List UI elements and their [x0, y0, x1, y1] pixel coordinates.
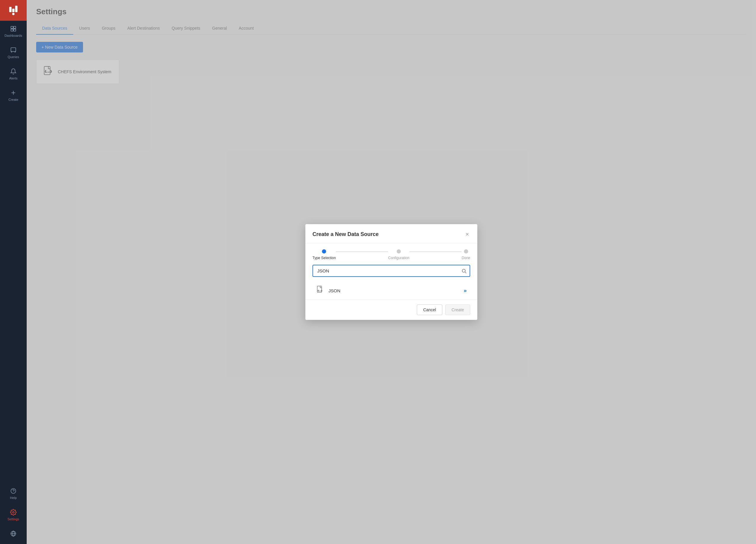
- create-datasource-modal: Create a New Data Source × Type Selectio…: [305, 224, 477, 320]
- app-logo[interactable]: [0, 0, 27, 21]
- svg-rect-4: [11, 26, 13, 28]
- sidebar-item-alerts[interactable]: Alerts: [0, 63, 27, 85]
- sidebar-item-dashboards[interactable]: Dashboards: [0, 21, 27, 42]
- svg-point-19: [462, 269, 465, 272]
- sidebar-item-label: Dashboards: [4, 34, 22, 37]
- svg-point-15: [12, 511, 14, 513]
- modal-search-container: [305, 265, 477, 282]
- result-left: {...} JSON: [316, 286, 340, 295]
- modal-header: Create a New Data Source ×: [305, 224, 477, 243]
- svg-rect-5: [14, 26, 16, 28]
- step-dot-3: [464, 249, 468, 253]
- step-label-1: Type Selection: [312, 256, 336, 260]
- modal-overlay: Create a New Data Source × Type Selectio…: [27, 0, 756, 544]
- step-label-2: Configuration: [388, 256, 409, 260]
- modal-results: {...} JSON »: [305, 282, 477, 299]
- step-dot-2: [397, 249, 401, 253]
- modal-steps: Type Selection Configuration Done: [305, 243, 477, 260]
- search-icon: [461, 268, 467, 274]
- sidebar-item-label: Settings: [7, 517, 19, 521]
- svg-text:{...}: {...}: [318, 290, 322, 291]
- step-connector-2: [409, 251, 462, 252]
- sidebar-item-label: Help: [10, 496, 17, 500]
- modal-footer: Cancel Create: [305, 299, 477, 320]
- step-connector-1: [336, 251, 388, 252]
- svg-rect-2: [15, 6, 17, 12]
- svg-rect-6: [11, 29, 13, 31]
- sidebar-item-label: Create: [8, 98, 18, 101]
- sidebar-item-queries[interactable]: Queries: [0, 42, 27, 63]
- sidebar-item-settings[interactable]: Settings: [0, 504, 27, 526]
- sidebar: Dashboards Queries Alerts Create Help: [0, 0, 27, 544]
- search-button[interactable]: [461, 268, 467, 274]
- main-content-area: Settings Data Sources Users Groups Alert…: [27, 0, 756, 544]
- result-name: JSON: [328, 288, 340, 293]
- step-done: Done: [462, 249, 470, 260]
- sidebar-item-label: Queries: [8, 55, 19, 59]
- step-dot-1: [322, 249, 326, 253]
- svg-point-13: [11, 489, 16, 494]
- svg-rect-1: [12, 9, 15, 12]
- sidebar-item-workspace[interactable]: [0, 526, 27, 542]
- svg-point-3: [12, 13, 15, 15]
- modal-title: Create a New Data Source: [312, 231, 379, 237]
- step-type-selection: Type Selection: [312, 249, 336, 260]
- modal-close-button[interactable]: ×: [464, 230, 470, 238]
- step-label-3: Done: [462, 256, 470, 260]
- svg-line-20: [465, 272, 466, 273]
- svg-rect-0: [9, 7, 12, 12]
- svg-rect-7: [14, 29, 16, 31]
- create-button[interactable]: Create: [445, 304, 470, 315]
- step-configuration: Configuration: [388, 249, 409, 260]
- result-item-json[interactable]: {...} JSON »: [312, 282, 470, 299]
- search-input[interactable]: [312, 265, 470, 277]
- search-box: [312, 265, 470, 277]
- sidebar-item-create[interactable]: Create: [0, 85, 27, 106]
- cancel-button[interactable]: Cancel: [417, 304, 442, 315]
- sidebar-item-label: Alerts: [9, 76, 17, 80]
- svg-rect-8: [11, 48, 16, 52]
- result-chevron-icon: »: [464, 288, 467, 294]
- json-file-icon: {...}: [316, 286, 324, 295]
- sidebar-item-help[interactable]: Help: [0, 483, 27, 504]
